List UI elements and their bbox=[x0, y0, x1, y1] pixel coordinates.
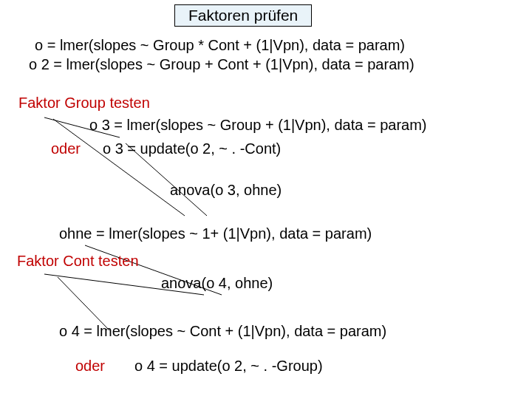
line-o3b: o 3 = update(o 2, ~ . -Cont) bbox=[103, 140, 281, 157]
line-o4a: o 4 = lmer(slopes ~ Cont + (1|Vpn), data… bbox=[59, 323, 386, 340]
line-o2: o 2 = lmer(slopes ~ Group + Cont + (1|Vp… bbox=[29, 56, 415, 73]
cont-test-heading: Faktor Cont testen bbox=[17, 253, 139, 270]
title-text: Faktoren prüfen bbox=[188, 7, 298, 24]
title-box: Faktoren prüfen bbox=[174, 4, 312, 27]
anova-o3: anova(o 3, ohne) bbox=[170, 182, 282, 199]
anova-o4: anova(o 4, ohne) bbox=[161, 275, 273, 292]
group-test-heading: Faktor Group testen bbox=[18, 95, 150, 112]
slide: Faktoren prüfen o = lmer(slopes ~ Group … bbox=[0, 0, 532, 399]
oder-1: oder bbox=[51, 140, 81, 157]
line-o4b: o 4 = update(o 2, ~ . -Group) bbox=[134, 358, 323, 375]
line-o: o = lmer(slopes ~ Group * Cont + (1|Vpn)… bbox=[35, 37, 405, 54]
line-o3a: o 3 = lmer(slopes ~ Group + (1|Vpn), dat… bbox=[89, 117, 427, 134]
line-ohne: ohne = lmer(slopes ~ 1+ (1|Vpn), data = … bbox=[59, 225, 372, 242]
oder-2: oder bbox=[75, 358, 105, 375]
